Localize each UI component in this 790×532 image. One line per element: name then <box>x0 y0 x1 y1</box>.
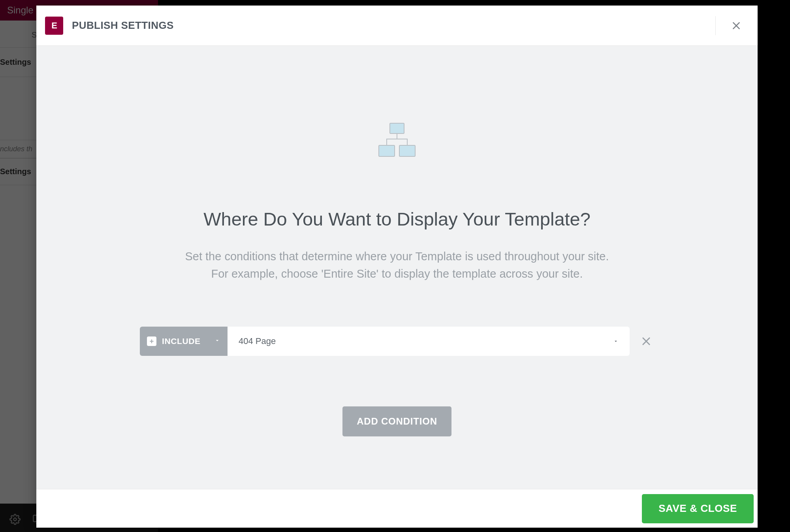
modal-close-wrap <box>715 16 746 35</box>
modal-footer: SAVE & CLOSE <box>36 489 758 528</box>
conditions-description-line1: Set the conditions that determine where … <box>185 250 609 263</box>
conditions-heading: Where Do You Want to Display Your Templa… <box>203 208 591 230</box>
chevron-down-icon <box>214 337 220 345</box>
plus-icon: + <box>147 336 156 346</box>
condition-target-value: 404 Page <box>239 336 276 346</box>
chevron-down-icon <box>613 336 619 346</box>
condition-target-select[interactable]: 404 Page <box>228 327 630 356</box>
save-close-button[interactable]: SAVE & CLOSE <box>642 494 754 523</box>
modal-body: Where Do You Want to Display Your Templa… <box>36 46 758 489</box>
conditions-description: Set the conditions that determine where … <box>185 248 609 282</box>
conditions-description-line2: For example, choose 'Entire Site' to dis… <box>211 267 583 280</box>
condition-row: + INCLUDE 404 Page <box>140 327 654 356</box>
add-condition-button[interactable]: ADD CONDITION <box>342 406 451 436</box>
remove-condition-button[interactable] <box>638 333 654 349</box>
publish-settings-modal: E PUBLISH SETTINGS Where Do You Want to … <box>36 6 758 528</box>
modal-title: PUBLISH SETTINGS <box>72 19 174 32</box>
condition-mode-label: INCLUDE <box>162 336 201 346</box>
modal-header: E PUBLISH SETTINGS <box>36 6 758 46</box>
close-icon <box>641 336 652 347</box>
close-icon <box>731 21 741 31</box>
close-button[interactable] <box>727 16 746 35</box>
condition-mode-select[interactable]: + INCLUDE <box>140 327 228 356</box>
conditions-hierarchy-icon <box>378 123 416 157</box>
elementor-logo-icon: E <box>45 17 63 35</box>
